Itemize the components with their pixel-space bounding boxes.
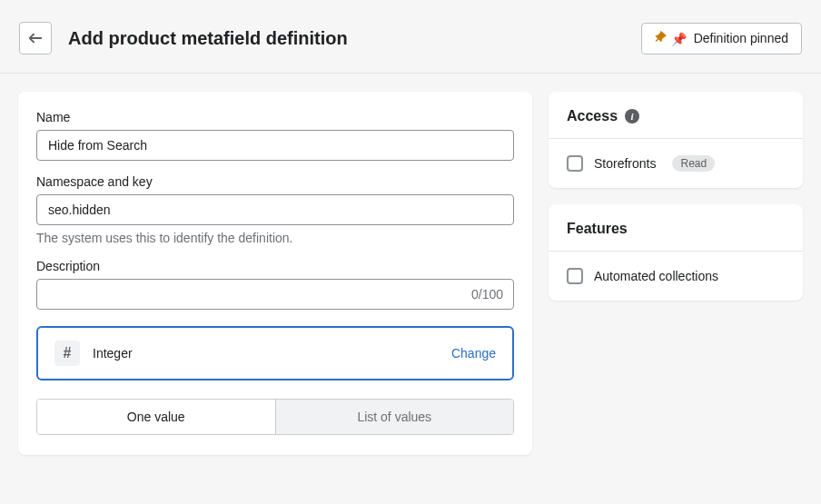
features-card: Features Automated collections xyxy=(549,204,803,301)
name-input[interactable] xyxy=(36,130,514,161)
automated-collections-row: Automated collections xyxy=(567,268,785,284)
pin-button-label: Definition pinned xyxy=(694,31,788,45)
page-title: Add product metafield definition xyxy=(68,28,348,49)
page-header: Add product metafield definition 📌 Defin… xyxy=(0,0,821,74)
main-card: Name Namespace and key The system uses t… xyxy=(18,92,532,455)
description-input[interactable] xyxy=(36,279,514,310)
access-title: Access xyxy=(567,108,618,124)
type-left: # Integer xyxy=(54,341,133,366)
namespace-helper: The system uses this to identify the def… xyxy=(36,231,514,245)
change-type-link[interactable]: Change xyxy=(451,346,496,361)
description-field: Description 0/100 xyxy=(36,259,514,310)
namespace-field: Namespace and key The system uses this t… xyxy=(36,174,514,245)
segment-one-value[interactable]: One value xyxy=(37,400,275,434)
automated-collections-checkbox[interactable] xyxy=(567,268,583,284)
side-column: Access i Storefronts Read Features Autom… xyxy=(549,92,803,455)
storefronts-row: Storefronts Read xyxy=(567,155,785,172)
storefronts-badge: Read xyxy=(672,155,715,172)
type-selector: # Integer Change xyxy=(36,326,514,380)
content: Name Namespace and key The system uses t… xyxy=(0,74,821,473)
access-card: Access i Storefronts Read xyxy=(549,92,803,188)
header-left: Add product metafield definition xyxy=(19,22,348,54)
back-button[interactable] xyxy=(19,22,52,54)
value-mode-segmented: One value List of values xyxy=(36,399,514,435)
namespace-input[interactable] xyxy=(36,194,514,225)
segment-list-of-values[interactable]: List of values xyxy=(276,400,514,434)
access-body: Storefronts Read xyxy=(549,139,803,188)
pin-icon: 📌 xyxy=(655,31,687,46)
access-header: Access i xyxy=(549,92,803,139)
description-label: Description xyxy=(36,259,514,273)
arrow-left-icon xyxy=(27,30,44,46)
name-label: Name xyxy=(36,110,514,124)
definition-pinned-button[interactable]: 📌 Definition pinned xyxy=(641,23,802,54)
features-header: Features xyxy=(549,204,803,252)
name-field: Name xyxy=(36,110,514,161)
hash-icon: # xyxy=(54,341,80,366)
automated-collections-label: Automated collections xyxy=(594,269,718,283)
namespace-label: Namespace and key xyxy=(36,174,514,189)
storefronts-checkbox[interactable] xyxy=(567,155,583,172)
type-name: Integer xyxy=(93,346,133,361)
storefronts-label: Storefronts xyxy=(594,156,656,171)
features-title: Features xyxy=(567,221,628,237)
features-body: Automated collections xyxy=(549,252,803,301)
info-icon[interactable]: i xyxy=(625,109,639,124)
